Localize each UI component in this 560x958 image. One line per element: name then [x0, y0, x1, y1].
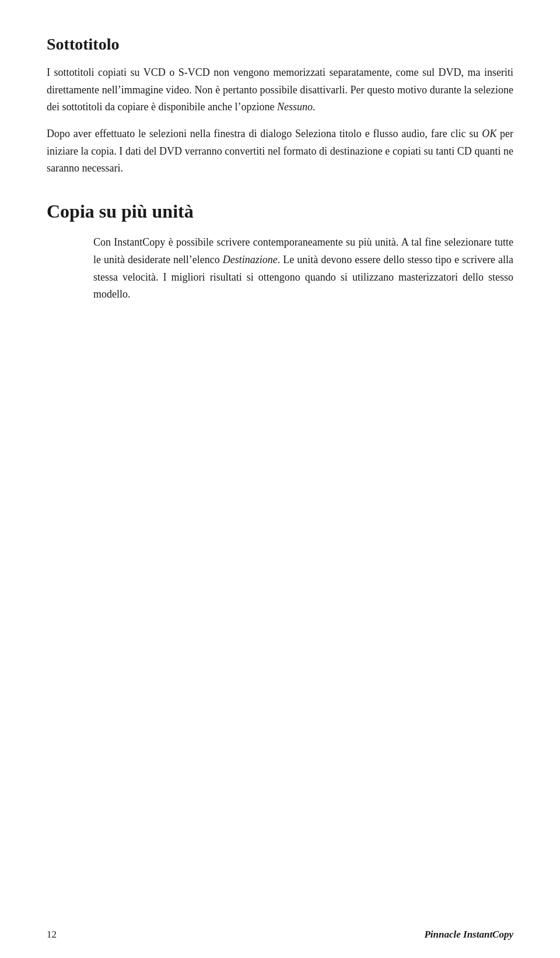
sottotitolo-section: Sottotitolo I sottotitoli copiati su VCD…	[47, 35, 513, 177]
page-number: 12	[47, 929, 57, 940]
brand-name: Pinnacle InstantCopy	[424, 929, 513, 940]
copia-section: Copia su più unità Con InstantCopy è pos…	[47, 201, 513, 303]
copia-indented: Con InstantCopy è possibile scrivere con…	[47, 234, 513, 303]
sottotitolo-text1-end: .	[313, 101, 316, 113]
copia-paragraph1: Con InstantCopy è possibile scrivere con…	[93, 234, 513, 303]
copia-heading: Copia su più unità	[47, 201, 513, 222]
page-container: Sottotitolo I sottotitoli copiati su VCD…	[0, 0, 560, 958]
sottotitolo-ok: OK	[482, 128, 496, 139]
copia-destinazione: Destinazione	[223, 254, 278, 265]
page-footer: 12 Pinnacle InstantCopy	[47, 929, 513, 940]
sottotitolo-paragraph1: I sottotitoli copiati su VCD o S-VCD non…	[47, 64, 513, 116]
sottotitolo-heading: Sottotitolo	[47, 35, 513, 54]
sottotitolo-text2: Dopo aver effettuato le selezioni nella …	[47, 128, 482, 139]
sottotitolo-nessuno: Nessuno	[277, 101, 313, 113]
sottotitolo-paragraph2: Dopo aver effettuato le selezioni nella …	[47, 125, 513, 177]
